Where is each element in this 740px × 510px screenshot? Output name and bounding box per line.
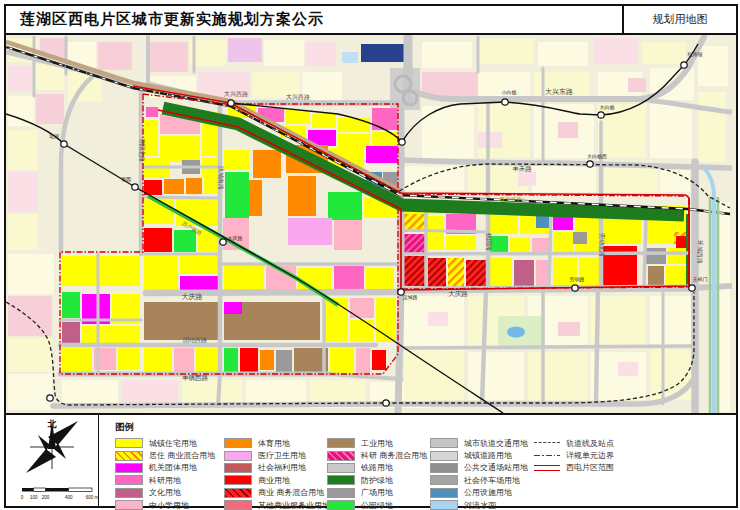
legend-item: 公共交通场站用地 bbox=[430, 462, 528, 474]
legend-label: 社会停车场用地 bbox=[464, 475, 520, 486]
landuse-parcel bbox=[428, 258, 446, 287]
legend-label: 城市轨道交通用地 bbox=[464, 438, 528, 449]
legend-swatch bbox=[430, 451, 458, 461]
legend-swatch bbox=[115, 475, 143, 485]
station-marker[interactable] bbox=[61, 141, 67, 147]
legend-item: 文化用地 bbox=[115, 487, 215, 499]
landuse-parcel bbox=[356, 348, 370, 374]
map-label: 大兴西路 bbox=[286, 93, 310, 101]
landuse-parcel bbox=[298, 268, 332, 290]
landuse-parcel bbox=[144, 256, 178, 290]
landuse-parcel bbox=[288, 218, 332, 245]
legend-item: 广场用地 bbox=[327, 487, 427, 499]
legend-column: 轨道线及站点详规单元边界西电片区范围 bbox=[534, 437, 614, 474]
landuse-parcel bbox=[478, 132, 502, 148]
landuse-parcel bbox=[174, 348, 194, 372]
legend-item: 工业用地 bbox=[327, 437, 427, 449]
map-sheet-label: 规划用地图 bbox=[622, 6, 736, 33]
legend-line-symbol-dashdot bbox=[534, 452, 560, 460]
landuse-parcel bbox=[558, 122, 578, 138]
legend-swatch bbox=[224, 463, 252, 473]
legend-item: 机关团体用地 bbox=[115, 462, 215, 474]
landuse-parcel bbox=[342, 52, 358, 63]
legend-label: 其他商业服务业用地 bbox=[258, 500, 330, 510]
compass-box: 北 0100200400600 m bbox=[6, 415, 99, 506]
station-marker[interactable] bbox=[572, 285, 578, 291]
station-marker[interactable] bbox=[132, 184, 138, 190]
landuse-parcel bbox=[446, 236, 476, 250]
map-label: 大兴西路 bbox=[224, 90, 248, 98]
map-label: 小白杨 bbox=[502, 89, 517, 96]
landuse-parcel bbox=[718, 202, 730, 412]
legend-label: 居住 商业混合用地 bbox=[149, 450, 215, 461]
landuse-parcel bbox=[144, 302, 220, 340]
road bbox=[398, 292, 401, 413]
legend-label: 体育用地 bbox=[258, 438, 290, 449]
station-marker[interactable] bbox=[502, 99, 508, 105]
landuse-parcel bbox=[306, 42, 336, 66]
landuse-parcel bbox=[698, 46, 728, 86]
landuse-parcel bbox=[466, 260, 486, 287]
landuse-parcel bbox=[98, 42, 132, 70]
legend-item: 详规单元边界 bbox=[534, 449, 614, 461]
station-marker[interactable] bbox=[47, 395, 53, 401]
landuse-parcel bbox=[618, 362, 638, 376]
map-label: 大庆路 bbox=[228, 235, 243, 241]
landuse-parcel bbox=[260, 350, 274, 370]
road bbox=[644, 214, 646, 288]
landuse-parcel bbox=[372, 108, 398, 130]
legend-label: 商业用地 bbox=[258, 475, 290, 486]
landuse-parcel bbox=[372, 350, 386, 370]
landuse-parcel bbox=[8, 96, 34, 126]
station-marker[interactable] bbox=[689, 285, 695, 291]
landuse-parcel bbox=[594, 38, 638, 64]
legend-label: 中小学用地 bbox=[149, 500, 189, 510]
legend-label: 河流水面 bbox=[464, 500, 496, 510]
station-marker[interactable] bbox=[220, 239, 226, 245]
landuse-parcel bbox=[224, 266, 264, 290]
landuse-parcel bbox=[532, 166, 596, 192]
landuse-parcel bbox=[204, 178, 220, 194]
scale-label: 600 m bbox=[86, 495, 98, 500]
landuse-parcel bbox=[148, 42, 188, 72]
landuse-parcel bbox=[8, 338, 52, 372]
station-marker[interactable] bbox=[587, 161, 593, 167]
station-marker[interactable] bbox=[681, 62, 687, 68]
landuse-parcel bbox=[628, 78, 646, 92]
legend-swatch bbox=[430, 438, 458, 448]
map-canvas[interactable]: 大兴西路大兴西路大兴东路丰禾路大庆路大庆路团结西路丰镐西路枣园北路汉城南路桃园路… bbox=[6, 35, 732, 413]
map-label: 团结西路 bbox=[183, 337, 207, 344]
landuse-parcel bbox=[666, 266, 688, 287]
landuse-parcel bbox=[62, 256, 98, 286]
station-marker[interactable] bbox=[399, 139, 405, 145]
station-marker[interactable] bbox=[228, 100, 234, 106]
landuse-parcel bbox=[366, 146, 400, 163]
landuse-parcel bbox=[8, 130, 38, 170]
landuse-parcel bbox=[536, 260, 549, 287]
landuse-parcel bbox=[350, 320, 374, 342]
road bbox=[218, 374, 220, 406]
legend-label: 工业用地 bbox=[361, 438, 393, 449]
legend-swatch bbox=[327, 475, 355, 485]
landuse-parcel bbox=[404, 166, 464, 190]
legend-line-symbol-double bbox=[534, 464, 560, 472]
map-label: 桃园路 bbox=[485, 233, 492, 251]
landuse-parcel bbox=[186, 178, 202, 194]
legend-swatch bbox=[224, 438, 252, 448]
map-label: 红庙坡 bbox=[688, 51, 703, 57]
legend-swatch bbox=[224, 500, 252, 510]
landuse-parcel bbox=[288, 176, 316, 216]
scale-label: 400 bbox=[65, 495, 73, 500]
map-label: 大兴东路 bbox=[545, 88, 573, 96]
landuse-parcel bbox=[8, 172, 38, 212]
legend-swatch bbox=[430, 475, 458, 485]
station-marker[interactable] bbox=[598, 112, 604, 118]
station-marker[interactable] bbox=[383, 400, 389, 406]
landuse-parcel bbox=[490, 214, 518, 234]
landuse-parcel bbox=[490, 258, 512, 287]
landuse-parcel bbox=[8, 254, 54, 294]
legend-item: 居住 商业混合用地 bbox=[115, 449, 215, 461]
landuse-parcel bbox=[366, 268, 394, 290]
legend-swatch bbox=[224, 451, 252, 461]
landuse-parcel bbox=[553, 258, 577, 287]
